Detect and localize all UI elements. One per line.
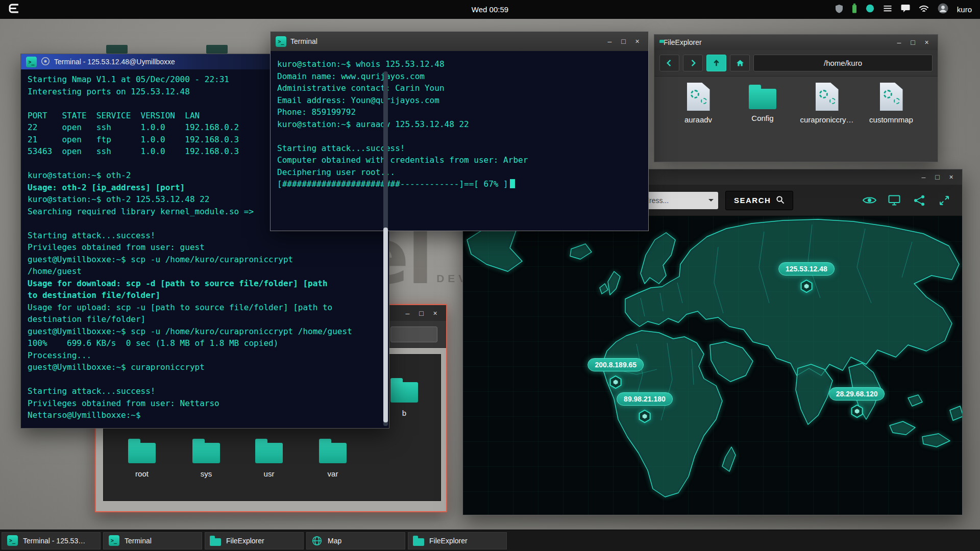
map-ip-pin[interactable]: 125.53.12.48 xyxy=(778,262,835,293)
file-icon xyxy=(880,83,903,111)
file-item[interactable]: Config xyxy=(732,83,793,124)
terminal-line: kuro@station:~$ auraadv 125.53.12.48 22 xyxy=(277,118,642,131)
map-ip-pin[interactable]: 28.29.68.120 xyxy=(829,387,885,418)
shield-icon[interactable] xyxy=(835,4,843,15)
fileexplorer-window[interactable]: FileExplorer – □ × /home/kuro xyxy=(654,34,938,162)
maximize-button[interactable]: □ xyxy=(618,36,629,47)
map-ip-pin[interactable]: 200.8.189.65 xyxy=(587,358,644,389)
ta skbar-item-label: FileExplorer xyxy=(429,537,468,545)
share-network-icon[interactable] xyxy=(912,193,927,208)
terminal-line: Nettarso@Uymillboxxe:~$ xyxy=(28,409,382,421)
folder-label: root xyxy=(135,469,149,478)
terminal-line: /home/guest xyxy=(28,265,382,278)
up-button[interactable] xyxy=(706,55,726,71)
folder-item[interactable]: b xyxy=(385,376,424,417)
scrollbar-thumb[interactable] xyxy=(383,228,388,422)
wifi-icon[interactable] xyxy=(919,5,929,15)
battery-icon[interactable] xyxy=(852,4,857,15)
taskbar-item[interactable]: >_ Map xyxy=(306,532,405,549)
file-icon xyxy=(687,83,710,111)
maximize-button[interactable]: □ xyxy=(907,37,919,48)
tasks-icon[interactable] xyxy=(883,5,892,14)
minimize-button[interactable]: – xyxy=(893,37,905,48)
screen-share-icon[interactable] xyxy=(887,193,902,208)
address-dropdown[interactable] xyxy=(390,327,437,342)
terminal-icon: >_ xyxy=(7,535,18,546)
world-map[interactable]: 125.53.12.48 200.8.189.65 89.98.21.180 xyxy=(463,216,962,515)
forward-button[interactable] xyxy=(683,55,703,71)
terminal-line: Starting attack...success! xyxy=(28,385,382,397)
window-titlebar[interactable]: FileExplorer – □ × xyxy=(654,35,938,50)
terminal-line: Domain name: www.qurijayos.com xyxy=(277,70,642,83)
wallpaper-shape xyxy=(206,45,228,54)
terminal-window[interactable]: >_ Terminal – □ × kuro@station:~$ whois … xyxy=(270,31,649,231)
search-icon xyxy=(776,195,785,206)
maximize-button[interactable]: □ xyxy=(932,171,943,183)
taskbar-item[interactable]: >_ FileExplorer xyxy=(408,532,507,549)
wallpaper-shape xyxy=(106,45,128,54)
hexagon-marker-icon xyxy=(850,404,864,418)
folder-label: usr xyxy=(264,469,275,478)
account-icon[interactable] xyxy=(938,3,948,16)
file-label: auraadv xyxy=(684,115,712,124)
terminal-output[interactable]: kuro@station:~$ whois 125.53.12.48Domain… xyxy=(271,51,648,231)
home-button[interactable] xyxy=(730,55,750,71)
map-window[interactable]: – □ × IP Address... SEARCH xyxy=(462,169,963,515)
back-button[interactable] xyxy=(659,55,679,71)
window-titlebar[interactable]: >_ Terminal – □ × xyxy=(271,32,648,51)
path-field[interactable]: /home/kuro xyxy=(753,55,933,71)
system-topbar: Wed 00:59 kuro xyxy=(0,0,980,19)
map-ip-label[interactable]: 89.98.21.180 xyxy=(617,392,673,406)
close-button[interactable]: × xyxy=(631,36,643,47)
chat-icon[interactable] xyxy=(901,4,910,15)
expand-icon[interactable] xyxy=(937,193,952,208)
network-orb-icon[interactable] xyxy=(866,4,874,15)
minimize-button[interactable]: – xyxy=(402,308,413,319)
folder-label: var xyxy=(328,469,338,478)
file-item[interactable]: customnmap xyxy=(861,83,922,124)
close-button[interactable]: × xyxy=(945,171,957,183)
search-button-label: SEARCH xyxy=(734,196,771,205)
terminal-line: Phone: 859199792 xyxy=(277,106,642,118)
map-ip-label[interactable]: 28.29.68.120 xyxy=(829,387,885,400)
scrollbar[interactable] xyxy=(383,71,388,426)
map-ip-label[interactable]: 125.53.12.48 xyxy=(778,262,835,276)
close-button[interactable]: × xyxy=(429,308,441,319)
minimize-button[interactable]: – xyxy=(918,171,929,183)
file-label: curaproniccry… xyxy=(800,115,853,124)
terminal-line: kuro@station:~$ whois 125.53.12.48 xyxy=(277,58,642,70)
search-button[interactable]: SEARCH xyxy=(725,191,793,210)
file-item[interactable]: curaproniccry… xyxy=(796,83,857,124)
maximize-button[interactable]: □ xyxy=(415,308,427,319)
taskbar-item[interactable]: >_ Terminal - 125.53… xyxy=(2,532,101,549)
folder-item[interactable]: sys xyxy=(187,437,226,478)
folder-item[interactable]: var xyxy=(313,437,352,478)
terminal-line: 100% 699.6 KB/s 0 sec (1.8 MB of 1.8 MB … xyxy=(28,337,382,349)
terminal-line: guest@Uymillboxxe:~$ curaproniccrypt xyxy=(28,361,382,373)
file-label: customnmap xyxy=(869,115,913,124)
terminal-line xyxy=(277,130,642,142)
window-title: Terminal xyxy=(290,37,317,45)
close-button[interactable]: × xyxy=(921,37,933,48)
terminal-line: Computer obtained with credentials from … xyxy=(277,154,642,166)
folder-item[interactable]: root xyxy=(122,437,161,478)
terminal-icon: >_ xyxy=(108,535,119,546)
username[interactable]: kuro xyxy=(957,5,972,14)
folder-icon xyxy=(749,89,776,109)
file-label: Config xyxy=(751,114,773,122)
taskbar-item[interactable]: >_ Terminal xyxy=(103,532,202,549)
map-ip-label[interactable]: 200.8.189.65 xyxy=(587,358,644,371)
taskbar-item[interactable]: >_ FileExplorer xyxy=(205,532,304,549)
terminal-line: Processing... xyxy=(28,349,382,362)
file-icon xyxy=(816,83,839,111)
eye-icon[interactable] xyxy=(862,193,877,208)
terminal-line: Deciphering user root... xyxy=(277,166,642,179)
minimize-button[interactable]: – xyxy=(604,36,616,47)
terminal-line: Starting attack...success! xyxy=(28,230,382,242)
terminal-line xyxy=(28,373,382,386)
folder-item[interactable]: usr xyxy=(250,437,288,478)
map-ip-pin[interactable]: 89.98.21.180 xyxy=(617,392,673,423)
file-item[interactable]: auraadv xyxy=(668,83,729,124)
folder-icon xyxy=(319,443,347,463)
terminal-icon: >_ xyxy=(26,57,37,67)
